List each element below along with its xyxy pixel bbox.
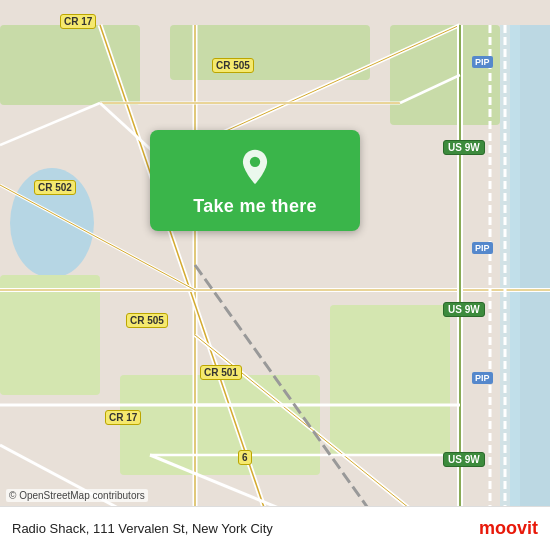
- label-6: 6: [238, 450, 252, 465]
- label-us9w-mid: US 9W: [443, 302, 485, 317]
- label-us9w-top: US 9W: [443, 140, 485, 155]
- label-cr505-top: CR 505: [212, 58, 254, 73]
- svg-line-33: [0, 103, 100, 145]
- moovit-logo: moovit: [479, 518, 538, 539]
- label-cr502: CR 502: [34, 180, 76, 195]
- svg-rect-7: [330, 305, 450, 455]
- label-pip-mid: PIP: [472, 242, 493, 254]
- svg-rect-2: [500, 25, 520, 525]
- svg-point-36: [250, 157, 260, 167]
- svg-rect-8: [120, 375, 320, 475]
- location-pin-icon: [236, 148, 274, 186]
- moovit-wordmark: moovit: [479, 518, 538, 539]
- label-pip-top: PIP: [472, 56, 493, 68]
- map-roads: [0, 0, 550, 550]
- label-cr17-top: CR 17: [60, 14, 96, 29]
- svg-rect-5: [390, 25, 500, 125]
- label-cr505-mid: CR 505: [126, 313, 168, 328]
- label-cr17-bot: CR 17: [105, 410, 141, 425]
- label-pip-bot: PIP: [472, 372, 493, 384]
- map-attribution: © OpenStreetMap contributors: [6, 489, 148, 502]
- map-container: CR 17 CR 505 CR 502 CR 505 CR 501 CR 17 …: [0, 0, 550, 550]
- label-us9w-bot: US 9W: [443, 452, 485, 467]
- cta-label: Take me there: [193, 196, 317, 217]
- label-cr501: CR 501: [200, 365, 242, 380]
- take-me-there-button[interactable]: Take me there: [150, 130, 360, 231]
- address-text: Radio Shack, 111 Vervalen St, New York C…: [12, 521, 479, 536]
- bottom-bar: Radio Shack, 111 Vervalen St, New York C…: [0, 506, 550, 550]
- svg-rect-4: [170, 25, 370, 80]
- svg-rect-3: [0, 25, 140, 105]
- svg-rect-6: [0, 275, 100, 395]
